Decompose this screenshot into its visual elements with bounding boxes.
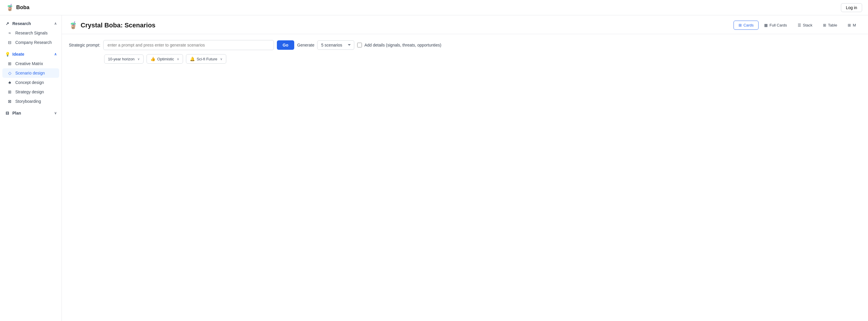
sidebar-section-research[interactable]: ↗ Research ∧ xyxy=(0,19,62,28)
scenario-design-icon: ◇ xyxy=(7,71,12,76)
tone-label: Optimistic xyxy=(157,57,174,61)
tab-cards[interactable]: ⊞ Cards xyxy=(734,21,759,30)
creative-matrix-icon: ⊞ xyxy=(7,61,12,66)
options-row: 10-year horizon ∨ 👍 Optimistic ∨ 🔔 Sci-f… xyxy=(104,54,861,64)
sidebar-section-plan[interactable]: ⊟ Plan ∨ xyxy=(0,108,62,118)
tab-more[interactable]: ⊞ M xyxy=(843,21,861,30)
plan-section-icon: ⊟ xyxy=(5,111,10,115)
sidebar: ↗ Research ∧ ≈ Research Signals ⊟ Compan… xyxy=(0,15,62,321)
research-signals-icon: ≈ xyxy=(7,31,12,35)
ideate-chevron-icon: ∧ xyxy=(54,52,57,56)
sidebar-section-plan-label: Plan xyxy=(12,111,21,115)
view-tabs: ⊞ Cards ▦ Full Cards ☰ Stack ⊞ Table ⊞ xyxy=(734,21,861,30)
add-details-checkbox[interactable] xyxy=(357,43,362,48)
prompt-label: Strategic prompt: xyxy=(69,43,100,48)
tab-full-cards[interactable]: ▦ Full Cards xyxy=(759,21,792,30)
tab-table[interactable]: ⊞ Table xyxy=(818,21,842,30)
full-cards-tab-label: Full Cards xyxy=(769,23,787,27)
sidebar-item-research-signals-label: Research Signals xyxy=(15,31,48,35)
style-chevron-icon: ∨ xyxy=(220,57,222,61)
add-details-label: Add details (signals, threats, opportunt… xyxy=(364,43,441,48)
title-emoji: 🧋 xyxy=(69,21,78,29)
company-research-icon: ⊟ xyxy=(7,40,12,45)
more-tab-icon: ⊞ xyxy=(848,23,851,27)
sidebar-item-scenario-design-label: Scenario design xyxy=(15,71,45,76)
sidebar-item-strategy-design[interactable]: ⊞ Strategy design xyxy=(0,87,62,96)
sidebar-section-ideate-label: Ideate xyxy=(12,52,24,57)
sidebar-item-concept-design[interactable]: ♣ Concept design xyxy=(0,78,62,87)
content-area: 🧋 Crystal Boba: Scenarios ⊞ Cards ▦ Full… xyxy=(62,15,868,321)
logo-emoji: 🧋 xyxy=(6,4,14,11)
style-label: Sci-fi Future xyxy=(196,57,217,61)
cards-tab-label: Cards xyxy=(744,23,754,27)
prompt-input[interactable] xyxy=(103,40,274,50)
horizon-label: 10-year horizon xyxy=(108,57,134,61)
cards-tab-icon: ⊞ xyxy=(739,23,742,27)
storyboarding-icon: ⊠ xyxy=(7,99,12,104)
sidebar-item-company-research[interactable]: ⊟ Company Research xyxy=(0,38,62,47)
sidebar-section-ideate[interactable]: 💡 Ideate ∧ xyxy=(0,50,62,59)
research-section-icon: ↗ xyxy=(5,21,10,26)
generate-select[interactable]: 3 scenarios 5 scenarios 7 scenarios 10 s… xyxy=(317,40,354,50)
tab-stack[interactable]: ☰ Stack xyxy=(793,21,818,30)
sidebar-item-creative-matrix-label: Creative Matrix xyxy=(15,61,43,66)
page-title: 🧋 Crystal Boba: Scenarios xyxy=(69,21,155,29)
concept-design-icon: ♣ xyxy=(7,80,12,85)
ideate-section-icon: 💡 xyxy=(5,52,10,57)
stack-tab-label: Stack xyxy=(803,23,813,27)
sidebar-item-creative-matrix[interactable]: ⊞ Creative Matrix xyxy=(0,59,62,68)
sidebar-section-research-label: Research xyxy=(12,21,31,26)
sidebar-item-research-signals[interactable]: ≈ Research Signals xyxy=(0,28,62,38)
table-tab-icon: ⊞ xyxy=(823,23,826,27)
sidebar-item-strategy-design-label: Strategy design xyxy=(15,90,44,94)
tone-select[interactable]: 👍 Optimistic ∨ xyxy=(147,54,183,64)
sidebar-item-storyboarding-label: Storyboarding xyxy=(15,99,41,104)
tone-chevron-icon: ∨ xyxy=(177,57,179,61)
horizon-select[interactable]: 10-year horizon ∨ xyxy=(104,55,144,64)
stack-tab-icon: ☰ xyxy=(798,23,801,27)
logo: 🧋 Boba xyxy=(6,4,29,11)
sidebar-item-company-research-label: Company Research xyxy=(15,40,52,45)
go-button[interactable]: Go xyxy=(277,40,294,50)
topbar: 🧋 Boba Log in xyxy=(0,0,868,15)
strategy-design-icon: ⊞ xyxy=(7,90,12,94)
content-header: 🧋 Crystal Boba: Scenarios ⊞ Cards ▦ Full… xyxy=(62,15,868,34)
prompt-area: Strategic prompt: Go Generate 3 scenario… xyxy=(62,34,868,69)
style-select[interactable]: 🔔 Sci-fi Future ∨ xyxy=(186,54,226,64)
horizon-chevron-icon: ∨ xyxy=(137,57,140,61)
main-layout: ↗ Research ∧ ≈ Research Signals ⊟ Compan… xyxy=(0,15,868,321)
generate-label: Generate xyxy=(297,43,314,48)
research-chevron-icon: ∧ xyxy=(54,22,57,26)
add-details-row: Add details (signals, threats, opportunt… xyxy=(357,43,441,48)
logo-text: Boba xyxy=(16,4,29,10)
more-tab-label: M xyxy=(853,23,856,27)
login-button[interactable]: Log in xyxy=(841,3,862,12)
prompt-row: Strategic prompt: Go Generate 3 scenario… xyxy=(69,40,861,50)
table-tab-label: Table xyxy=(828,23,837,27)
sidebar-item-storyboarding[interactable]: ⊠ Storyboarding xyxy=(0,96,62,106)
tone-emoji: 👍 xyxy=(150,57,155,61)
style-emoji: 🔔 xyxy=(190,57,195,61)
sidebar-item-scenario-design[interactable]: ◇ Scenario design xyxy=(2,68,59,78)
plan-chevron-icon: ∨ xyxy=(54,111,57,115)
title-text: Crystal Boba: Scenarios xyxy=(81,22,155,29)
full-cards-tab-icon: ▦ xyxy=(764,23,768,27)
sidebar-item-concept-design-label: Concept design xyxy=(15,80,44,85)
